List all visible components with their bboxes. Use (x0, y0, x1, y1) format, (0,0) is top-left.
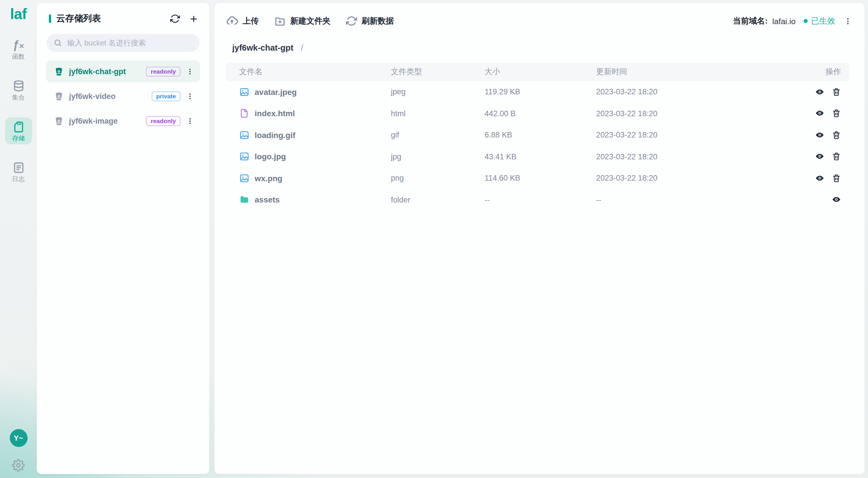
refresh-data-label: 刷新数据 (362, 16, 394, 26)
bucket-name: jyf6wk-video (69, 92, 116, 100)
file-table-header: 文件名 文件类型 大小 更新时间 操作 (226, 63, 849, 81)
refresh-data-button[interactable]: 刷新数据 (346, 16, 394, 26)
bucket-icon (54, 116, 64, 126)
file-table: 文件名 文件类型 大小 更新时间 操作 avatar.jpeg jpeg 119… (214, 52, 865, 211)
bucket-icon (54, 91, 64, 101)
file-name-cell: logo.jpg (239, 152, 391, 162)
app-sidebar: laf ƒ× 函数 集合 存储 日志 (0, 0, 37, 478)
image-file-icon (239, 130, 249, 140)
new-folder-button[interactable]: 新建文件夹 (274, 15, 331, 27)
upload-button[interactable]: 上传 (226, 15, 259, 27)
breadcrumb-bucket[interactable]: jyf6wk-chat-gpt (232, 43, 293, 52)
view-file-icon[interactable] (832, 195, 841, 205)
table-row[interactable]: logo.jpg jpg 43.41 KB 2023-03-22 18:20 (226, 146, 849, 168)
bucket-menu-icon[interactable] (186, 67, 194, 75)
sidebar-item-collections[interactable]: 集合 (5, 77, 32, 103)
view-file-icon[interactable] (815, 109, 824, 118)
folder-icon (239, 195, 249, 205)
bucket-list-item[interactable]: jyf6wk-video private (46, 85, 200, 107)
col-header-filetype: 文件类型 (391, 67, 485, 77)
file-time-cell: 2023-03-22 18:20 (596, 152, 816, 161)
table-row[interactable]: avatar.jpeg jpeg 119.29 KB 2023-03-22 18… (226, 81, 849, 103)
image-file-icon (239, 87, 249, 97)
file-name-cell: index.html (239, 109, 391, 119)
sidebar-nav: ƒ× 函数 集合 存储 日志 (5, 36, 32, 185)
database-icon (12, 79, 25, 93)
file-actions-cell (816, 152, 849, 161)
bucket-panel-title: 云存储列表 (56, 13, 170, 25)
view-file-icon[interactable] (815, 87, 824, 97)
file-size-cell: 114.60 KB (485, 174, 596, 183)
sidebar-item-label: 函数 (12, 53, 25, 60)
delete-file-icon[interactable] (832, 130, 841, 140)
file-name: wx.png (255, 174, 282, 183)
bucket-menu-icon[interactable] (186, 92, 194, 100)
breadcrumb: jyf6wk-chat-gpt / (214, 39, 865, 52)
bucket-panel-header: 云存储列表 (37, 3, 209, 25)
domain-menu-icon[interactable] (844, 17, 852, 25)
bucket-list-item[interactable]: jyf6wk-image readonly (46, 110, 200, 132)
file-name: index.html (255, 109, 295, 118)
file-size-cell: 119.29 KB (485, 88, 596, 96)
search-icon (54, 38, 62, 47)
file-actions-cell (816, 130, 849, 140)
file-time-cell: -- (596, 196, 816, 204)
sidebar-item-storage[interactable]: 存储 (5, 117, 32, 144)
bucket-badge: readonly (146, 66, 181, 76)
breadcrumb-separator: / (301, 43, 303, 52)
settings-gear-icon[interactable] (12, 459, 25, 472)
bucket-list-item[interactable]: jyf6wk-chat-gpt readonly (46, 60, 200, 82)
file-name: logo.jpg (255, 152, 286, 161)
file-type-cell: jpeg (391, 88, 485, 96)
view-file-icon[interactable] (815, 152, 824, 161)
file-name-cell: assets (239, 195, 391, 205)
file-actions-cell (816, 195, 849, 205)
bucket-name: jyf6wk-chat-gpt (69, 67, 126, 76)
bucket-icon (54, 66, 64, 76)
table-row[interactable]: loading.gif gif 6.88 KB 2023-03-22 18:20 (226, 124, 849, 146)
file-time-cell: 2023-03-22 18:20 (596, 88, 816, 96)
refresh-buckets-icon[interactable] (170, 14, 180, 24)
bucket-panel: 云存储列表 jyf6wk-chat-gpt readonly (37, 3, 209, 474)
add-bucket-icon[interactable] (189, 13, 199, 24)
bucket-badge: readonly (146, 116, 181, 126)
col-header-updated: 更新时间 (596, 67, 816, 77)
image-file-icon (239, 152, 249, 162)
storage-icon (12, 120, 25, 133)
delete-file-icon[interactable] (832, 152, 841, 161)
user-avatar[interactable]: Y~ (9, 429, 27, 447)
col-header-actions: 操作 (816, 67, 849, 77)
file-name-cell: avatar.jpeg (239, 87, 391, 97)
file-actions-cell (816, 87, 849, 97)
delete-file-icon[interactable] (832, 87, 841, 97)
storage-main-panel: 上传 新建文件夹 刷新数据 当前域名: lafai.io 已生效 (214, 3, 865, 474)
file-name-cell: loading.gif (239, 130, 391, 140)
table-row[interactable]: assets folder -- -- (226, 189, 849, 211)
delete-file-icon[interactable] (832, 109, 841, 118)
current-domain: 当前域名: lafai.io 已生效 (733, 16, 852, 26)
view-file-icon[interactable] (815, 174, 824, 183)
sidebar-item-functions[interactable]: ƒ× 函数 (5, 36, 32, 63)
table-row[interactable]: wx.png png 114.60 KB 2023-03-22 18:20 (226, 168, 849, 189)
bucket-badge: private (152, 91, 181, 101)
view-file-icon[interactable] (815, 130, 824, 140)
file-table-body: avatar.jpeg jpeg 119.29 KB 2023-03-22 18… (226, 81, 849, 211)
domain-status: 已生效 (811, 16, 835, 26)
file-name: avatar.jpeg (255, 87, 297, 97)
delete-file-icon[interactable] (832, 174, 841, 183)
file-time-cell: 2023-03-22 18:20 (596, 174, 816, 183)
file-size-cell: 43.41 KB (485, 152, 596, 161)
function-icon: ƒ× (13, 39, 24, 52)
status-dot (804, 19, 808, 23)
domain-value: lafai.io (772, 17, 796, 26)
sidebar-item-label: 存储 (12, 135, 25, 142)
file-actions-cell (816, 174, 849, 183)
bucket-search (46, 34, 199, 52)
sidebar-item-logs[interactable]: 日志 (5, 158, 32, 185)
title-accent-bar (49, 14, 51, 23)
bucket-search-input[interactable] (67, 38, 194, 47)
file-type-cell: jpg (391, 152, 485, 161)
bucket-panel-actions (170, 13, 199, 24)
bucket-menu-icon[interactable] (186, 117, 194, 124)
table-row[interactable]: index.html html 442.00 B 2023-03-22 18:2… (226, 103, 849, 124)
